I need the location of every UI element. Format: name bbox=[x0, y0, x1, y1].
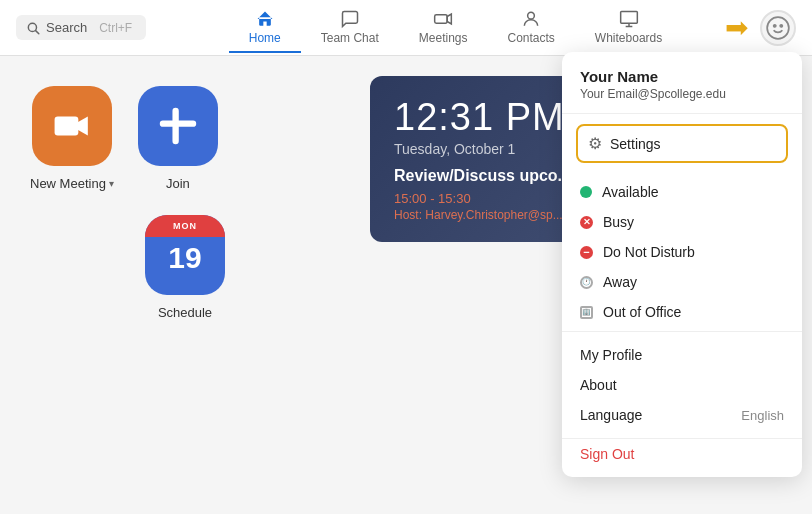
out-of-office-dot: 🏢 bbox=[580, 306, 593, 319]
search-shortcut: Ctrl+F bbox=[99, 21, 132, 35]
busy-label: Busy bbox=[603, 214, 634, 230]
plus-icon bbox=[159, 107, 197, 145]
camera-icon bbox=[53, 107, 91, 145]
available-label: Available bbox=[602, 184, 659, 200]
dnd-label: Do Not Disturb bbox=[603, 244, 695, 260]
dropdown-header: Your Name Your Email@Spcollege.edu bbox=[562, 68, 802, 114]
home-icon bbox=[255, 9, 275, 29]
video-icon bbox=[433, 9, 453, 29]
svg-point-10 bbox=[780, 24, 782, 26]
action-row-1: New Meeting ▾ Join bbox=[30, 86, 340, 191]
available-dot bbox=[580, 186, 592, 198]
status-do-not-disturb[interactable]: − Do Not Disturb bbox=[562, 237, 802, 267]
nav-label-home: Home bbox=[249, 31, 281, 45]
nav-item-home[interactable]: Home bbox=[229, 3, 301, 53]
svg-line-1 bbox=[36, 30, 39, 33]
away-label: Away bbox=[603, 274, 637, 290]
avatar-button[interactable] bbox=[760, 10, 796, 46]
dropdown-email: Your Email@Spcollege.edu bbox=[580, 87, 784, 101]
status-away[interactable]: 🕐 Away bbox=[562, 267, 802, 297]
svg-rect-2 bbox=[435, 14, 448, 22]
nav-label-whiteboards: Whiteboards bbox=[595, 31, 662, 45]
status-out-of-office[interactable]: 🏢 Out of Office bbox=[562, 297, 802, 327]
dropdown-menu: Your Name Your Email@Spcollege.edu ⚙ Set… bbox=[562, 52, 802, 477]
svg-point-9 bbox=[774, 24, 776, 26]
schedule-icon: MON 19 bbox=[145, 215, 225, 295]
search-box[interactable]: Search Ctrl+F bbox=[16, 15, 146, 40]
join-item[interactable]: Join bbox=[138, 86, 218, 191]
new-meeting-label: New Meeting ▾ bbox=[30, 176, 114, 191]
svg-marker-12 bbox=[77, 117, 88, 136]
about-label: About bbox=[580, 377, 617, 393]
cal-num: 19 bbox=[168, 241, 201, 275]
schedule-label: Schedule bbox=[158, 305, 212, 320]
nav-item-contacts[interactable]: Contacts bbox=[488, 3, 575, 53]
away-dot: 🕐 bbox=[580, 276, 593, 289]
language-label: Language bbox=[580, 407, 642, 423]
language-link[interactable]: Language English bbox=[562, 400, 802, 430]
nav-item-team-chat[interactable]: Team Chat bbox=[301, 3, 399, 53]
new-meeting-icon bbox=[32, 86, 112, 166]
status-available[interactable]: Available bbox=[562, 177, 802, 207]
smiley-icon bbox=[765, 15, 791, 41]
status-busy[interactable]: ✕ Busy bbox=[562, 207, 802, 237]
settings-button[interactable]: ⚙ Settings bbox=[576, 124, 788, 163]
nav-items: Home Team Chat Meetings Contacts Whitebo… bbox=[186, 3, 725, 53]
search-icon bbox=[26, 21, 40, 35]
svg-rect-11 bbox=[55, 117, 79, 136]
join-label: Join bbox=[166, 176, 190, 191]
my-profile-label: My Profile bbox=[580, 347, 642, 363]
nav-label-contacts: Contacts bbox=[508, 31, 555, 45]
svg-point-4 bbox=[528, 12, 535, 19]
contacts-icon bbox=[521, 9, 541, 29]
out-of-office-label: Out of Office bbox=[603, 304, 681, 320]
arrow-icon: ➡ bbox=[725, 11, 748, 44]
status-section: Available ✕ Busy − Do Not Disturb 🕐 Away… bbox=[562, 173, 802, 332]
svg-rect-14 bbox=[160, 121, 195, 126]
my-profile-link[interactable]: My Profile bbox=[562, 340, 802, 370]
nav-item-whiteboards[interactable]: Whiteboards bbox=[575, 3, 682, 53]
join-icon bbox=[138, 86, 218, 166]
cal-top: MON bbox=[145, 215, 225, 237]
nav-item-meetings[interactable]: Meetings bbox=[399, 3, 488, 53]
about-link[interactable]: About bbox=[562, 370, 802, 400]
sign-out-button[interactable]: Sign Out bbox=[562, 438, 802, 469]
svg-marker-3 bbox=[447, 14, 451, 24]
top-nav: Search Ctrl+F Home Team Chat Meetings Co… bbox=[0, 0, 812, 56]
chevron-down-icon: ▾ bbox=[109, 178, 114, 189]
whiteboard-icon bbox=[619, 9, 639, 29]
search-label: Search bbox=[46, 20, 87, 35]
left-panel: New Meeting ▾ Join MON 19 Schedule bbox=[0, 56, 370, 514]
nav-label-meetings: Meetings bbox=[419, 31, 468, 45]
language-value: English bbox=[741, 408, 784, 423]
dnd-dot: − bbox=[580, 246, 593, 259]
svg-point-8 bbox=[767, 17, 789, 39]
nav-label-team-chat: Team Chat bbox=[321, 31, 379, 45]
busy-dot: ✕ bbox=[580, 216, 593, 229]
svg-rect-5 bbox=[620, 11, 637, 23]
schedule-item[interactable]: MON 19 Schedule bbox=[30, 215, 340, 320]
bottom-links: My Profile About Language English bbox=[562, 332, 802, 434]
chat-icon bbox=[340, 9, 360, 29]
settings-label: Settings bbox=[610, 136, 661, 152]
new-meeting-item[interactable]: New Meeting ▾ bbox=[30, 86, 114, 191]
dropdown-name: Your Name bbox=[580, 68, 784, 85]
nav-right: ➡ bbox=[725, 10, 796, 46]
gear-icon: ⚙ bbox=[588, 134, 602, 153]
